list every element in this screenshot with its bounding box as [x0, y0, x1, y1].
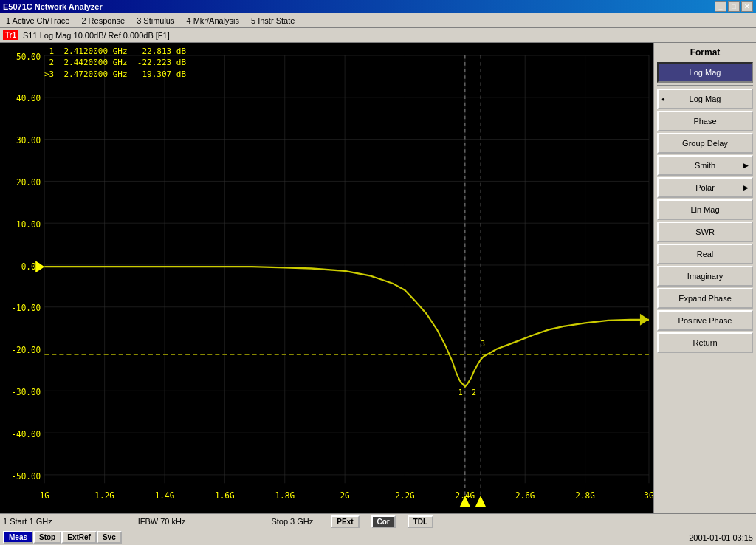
- svg-text:2: 2: [472, 387, 476, 397]
- maximize-button[interactable]: □: [728, 1, 740, 12]
- meas-button[interactable]: Meas: [3, 531, 33, 544]
- svg-text:1.6G: 1.6G: [215, 490, 235, 501]
- chart-canvas: 50.00 40.00 30.00 20.00 10.00 0.00 -10.0…: [0, 43, 653, 513]
- svg-text:2G: 2G: [340, 490, 349, 501]
- svg-text:-10.00: -10.00: [11, 303, 41, 314]
- format-btn-logmag[interactable]: Log Mag: [657, 62, 753, 83]
- status-stop: Stop 3 GHz: [271, 517, 313, 526]
- menu-response[interactable]: 2 Response: [78, 15, 128, 27]
- format-btn-expand-phase[interactable]: Expand Phase: [657, 288, 753, 309]
- format-btn-positive-phase[interactable]: Positive Phase: [657, 310, 753, 331]
- cor-button[interactable]: Cor: [371, 515, 396, 528]
- app-title: E5071C Network Analyzer: [3, 2, 103, 11]
- format-btn-swr[interactable]: SWR: [657, 222, 753, 242]
- menu-active-ch[interactable]: 1 Active Ch/Trace: [3, 15, 72, 27]
- svg-text:-30.00: -30.00: [11, 386, 41, 397]
- format-title: Format: [657, 46, 753, 59]
- svc-button[interactable]: Svc: [97, 531, 122, 544]
- svg-text:50.00: 50.00: [16, 51, 41, 62]
- stop-button[interactable]: Stop: [33, 531, 61, 544]
- format-btn-smith[interactable]: Smith: [657, 155, 753, 176]
- titlebar-buttons: _ □ ✕: [715, 1, 753, 12]
- svg-text:30.00: 30.00: [16, 135, 41, 146]
- markers-info: 1 2.4120000 GHz -22.813 dB 2 2.4420000 G…: [44, 46, 186, 80]
- svg-text:1.4G: 1.4G: [155, 490, 175, 501]
- menu-instr-state[interactable]: 5 Instr State: [248, 15, 298, 27]
- menubar: 1 Active Ch/Trace 2 Response 3 Stimulus …: [0, 13, 756, 28]
- tracebar: Tr1 S11 Log Mag 10.00dB/ Ref 0.000dB [F1…: [0, 28, 756, 43]
- menu-stimulus[interactable]: 3 Stimulus: [134, 15, 177, 27]
- svg-text:2.8G: 2.8G: [575, 490, 595, 501]
- tdl-button[interactable]: TDL: [408, 515, 433, 528]
- right-panel: Format Log Mag Log Mag Phase Group Delay…: [653, 43, 756, 513]
- svg-text:1.8G: 1.8G: [275, 490, 295, 501]
- svg-text:1.2G: 1.2G: [94, 490, 114, 501]
- marker-1: 1 2.4120000 GHz -22.813 dB: [44, 46, 186, 57]
- pext-button[interactable]: PExt: [331, 515, 359, 528]
- svg-text:20.00: 20.00: [16, 176, 41, 188]
- format-btn-lin-mag[interactable]: Lin Mag: [657, 199, 753, 220]
- format-btn-real[interactable]: Real: [657, 244, 753, 264]
- svg-text:10.00: 10.00: [16, 219, 41, 230]
- format-btn-return[interactable]: Return: [657, 332, 753, 353]
- trace-id: Tr1: [3, 30, 18, 40]
- titlebar: E5071C Network Analyzer _ □ ✕: [0, 0, 756, 13]
- marker-3: >3 2.4720000 GHz -19.307 dB: [44, 69, 186, 80]
- menu-mkr-analysis[interactable]: 4 Mkr/Analysis: [183, 15, 242, 27]
- svg-text:1: 1: [458, 387, 463, 397]
- format-btn-imaginary[interactable]: Imaginary: [657, 266, 753, 287]
- status-start: 1 Start 1 GHz: [3, 517, 52, 526]
- svg-text:1G: 1G: [40, 490, 49, 501]
- status-pext[interactable]: PExt: [331, 515, 359, 528]
- format-radio-logmag[interactable]: Log Mag: [657, 89, 753, 109]
- extref-button[interactable]: ExtRef: [61, 531, 97, 544]
- chart-area: 1 2.4120000 GHz -22.813 dB 2 2.4420000 G…: [0, 43, 653, 513]
- statusbar: 1 Start 1 GHz IFBW 70 kHz Stop 3 GHz PEx…: [0, 513, 756, 529]
- format-btn-polar[interactable]: Polar: [657, 177, 753, 198]
- main-area: 1 2.4120000 GHz -22.813 dB 2 2.4420000 G…: [0, 43, 756, 513]
- status-ifbw: IFBW 70 kHz: [138, 517, 186, 526]
- minimize-button[interactable]: _: [715, 1, 726, 12]
- marker-2: 2 2.4420000 GHz -22.223 dB: [44, 57, 186, 68]
- svg-text:2.6G: 2.6G: [515, 490, 535, 501]
- svg-text:2.2G: 2.2G: [395, 490, 415, 501]
- svg-text:-20.00: -20.00: [11, 345, 41, 356]
- format-btn-phase[interactable]: Phase: [657, 111, 753, 131]
- close-button[interactable]: ✕: [741, 1, 753, 12]
- svg-text:3G: 3G: [644, 490, 653, 501]
- svg-rect-0: [0, 43, 653, 513]
- statusbar2: Meas Stop ExtRef Svc 2001-01-01 03:15: [0, 529, 756, 545]
- svg-text:40.00: 40.00: [16, 93, 41, 104]
- datetime: 2001-01-01 03:15: [689, 533, 753, 542]
- svg-text:-40.00: -40.00: [11, 428, 41, 439]
- svg-text:3: 3: [481, 339, 485, 349]
- format-btn-group-delay[interactable]: Group Delay: [657, 133, 753, 154]
- trace-info: S11 Log Mag 10.00dB/ Ref 0.000dB [F1]: [23, 31, 170, 40]
- svg-text:-50.00: -50.00: [11, 470, 41, 481]
